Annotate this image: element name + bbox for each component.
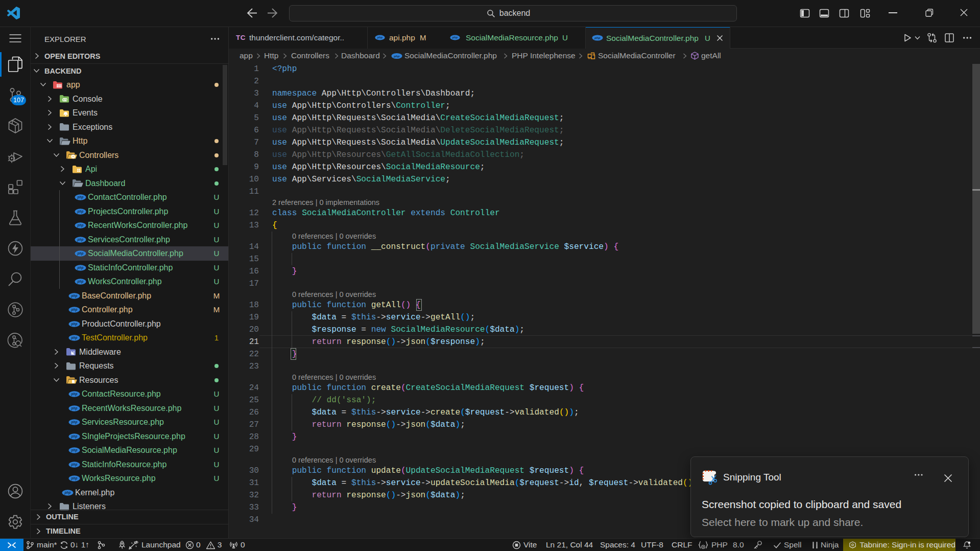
svg-text:php: php xyxy=(77,252,84,256)
svg-text:php: php xyxy=(71,308,78,312)
svg-text:php: php xyxy=(452,36,458,39)
svg-text:php: php xyxy=(71,449,78,453)
svg-text:php: php xyxy=(77,196,84,200)
svg-text:php: php xyxy=(77,238,84,242)
svg-text:php: php xyxy=(71,463,78,467)
svg-text:php: php xyxy=(71,393,78,397)
svg-text:php: php xyxy=(77,280,84,284)
svg-text:php: php xyxy=(393,54,400,58)
svg-text:php: php xyxy=(77,266,84,270)
svg-text:php: php xyxy=(71,336,78,340)
svg-text:php: php xyxy=(71,322,78,326)
svg-text:php: php xyxy=(71,421,78,425)
svg-text:php: php xyxy=(71,406,78,410)
svg-text:php: php xyxy=(71,477,78,481)
svg-text:php: php xyxy=(71,294,78,298)
svg-text:php: php xyxy=(64,491,71,495)
svg-text:php: php xyxy=(77,224,84,228)
svg-text:php: php xyxy=(594,36,601,39)
svg-text:php: php xyxy=(377,36,383,39)
svg-text:php: php xyxy=(71,434,78,439)
svg-text:php: php xyxy=(77,210,84,214)
